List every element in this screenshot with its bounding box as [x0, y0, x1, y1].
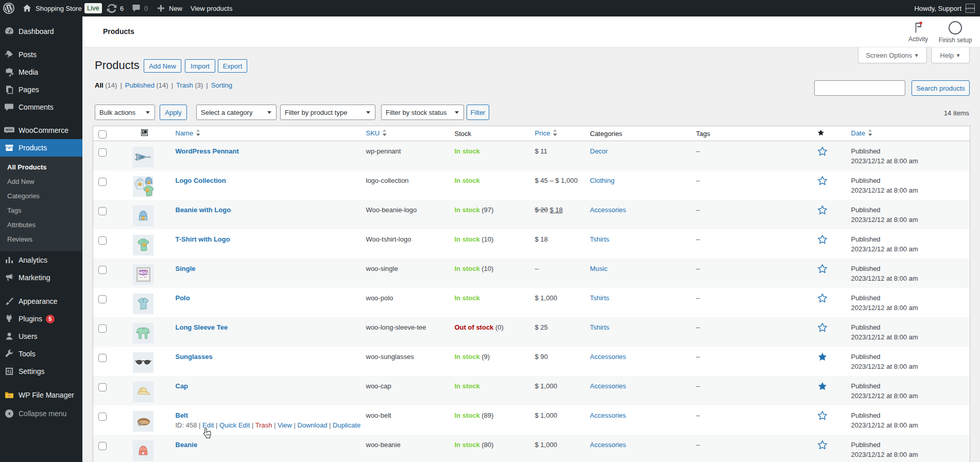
- svg-text:WOO: WOO: [139, 271, 148, 275]
- svg-text:W: W: [8, 395, 11, 398]
- svg-text:WOO: WOO: [6, 128, 13, 131]
